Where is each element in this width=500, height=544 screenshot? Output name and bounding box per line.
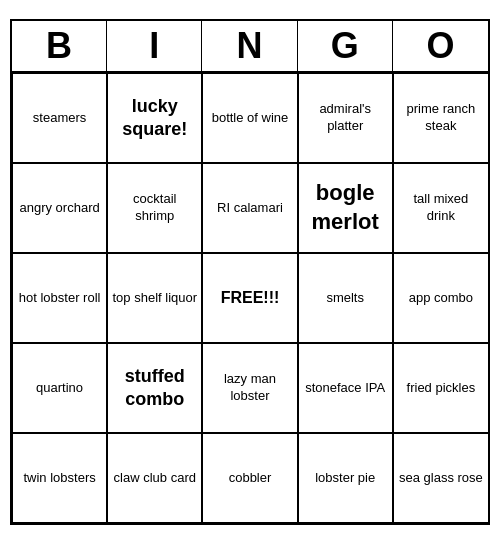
- bingo-cell: twin lobsters: [12, 433, 107, 523]
- header-letter: B: [12, 21, 107, 71]
- bingo-cell: cocktail shrimp: [107, 163, 202, 253]
- bingo-cell: cobbler: [202, 433, 297, 523]
- bingo-cell: stuffed combo: [107, 343, 202, 433]
- bingo-cell: steamers: [12, 73, 107, 163]
- bingo-cell: angry orchard: [12, 163, 107, 253]
- bingo-cell: bogle merlot: [298, 163, 393, 253]
- header-letter: O: [393, 21, 488, 71]
- bingo-cell: tall mixed drink: [393, 163, 488, 253]
- bingo-card: BINGO steamerslucky square!bottle of win…: [10, 19, 490, 525]
- bingo-cell: top shelf liquor: [107, 253, 202, 343]
- bingo-cell: bottle of wine: [202, 73, 297, 163]
- bingo-cell: RI calamari: [202, 163, 297, 253]
- bingo-cell: stoneface IPA: [298, 343, 393, 433]
- bingo-cell: prime ranch steak: [393, 73, 488, 163]
- bingo-cell: fried pickles: [393, 343, 488, 433]
- bingo-cell: hot lobster roll: [12, 253, 107, 343]
- bingo-cell: lucky square!: [107, 73, 202, 163]
- bingo-cell: sea glass rose: [393, 433, 488, 523]
- bingo-cell: lobster pie: [298, 433, 393, 523]
- bingo-cell: claw club card: [107, 433, 202, 523]
- bingo-grid: steamerslucky square!bottle of wineadmir…: [12, 73, 488, 523]
- bingo-cell: admiral's platter: [298, 73, 393, 163]
- header-letter: N: [202, 21, 297, 71]
- bingo-header: BINGO: [12, 21, 488, 73]
- bingo-cell: lazy man lobster: [202, 343, 297, 433]
- bingo-cell: FREE!!!: [202, 253, 297, 343]
- bingo-cell: smelts: [298, 253, 393, 343]
- header-letter: I: [107, 21, 202, 71]
- bingo-cell: app combo: [393, 253, 488, 343]
- header-letter: G: [298, 21, 393, 71]
- bingo-cell: quartino: [12, 343, 107, 433]
